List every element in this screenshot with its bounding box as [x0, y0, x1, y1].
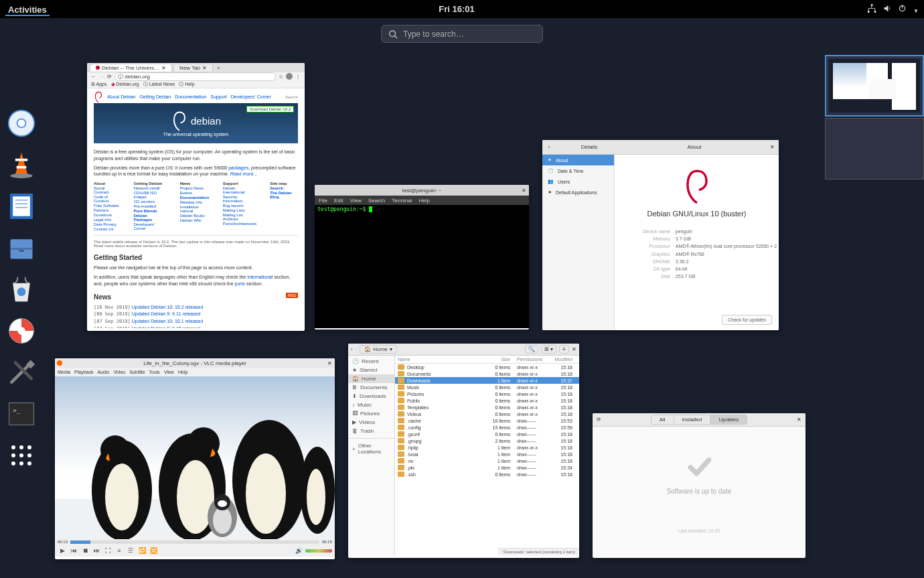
file-row[interactable]: Pictures0 itemsdrwxr-xr-x15:18 — [395, 390, 579, 397]
close-icon[interactable]: ✕ — [766, 144, 779, 150]
bookmark-apps[interactable]: ⊞ Apps — [91, 82, 107, 87]
activities-button[interactable]: Activities — [5, 3, 50, 16]
file-row[interactable]: .gnupg2 itemsdrwx------15:18 — [395, 437, 579, 444]
workspace-2[interactable] — [825, 118, 924, 179]
check-updates-button[interactable]: Check for updates — [722, 315, 772, 325]
dropdown-caret-icon[interactable]: ▼ — [913, 8, 919, 14]
file-row[interactable]: Downloads1 itemdrwxr-xr-x15:37 — [395, 377, 579, 384]
play-button[interactable]: ▶ — [58, 546, 67, 555]
file-row[interactable]: .pki1 itemdrwx------15:34 — [395, 464, 579, 471]
tab-installed[interactable]: Installed — [674, 415, 711, 424]
close-icon[interactable]: ✕ — [797, 417, 801, 423]
window-software[interactable]: ⟳ All Installed Updates ✕ Software is up… — [593, 413, 805, 558]
dock-vlc-icon[interactable] — [5, 149, 37, 181]
file-row[interactable]: Documents0 itemsdrwxr-xr-x15:18 — [395, 370, 579, 377]
close-icon[interactable]: ✕ — [327, 360, 332, 366]
extended-button[interactable]: ≡ — [114, 546, 124, 555]
menu-video[interactable]: Video — [113, 370, 125, 374]
nav-get[interactable]: Getting Debian — [139, 94, 171, 99]
side-home[interactable]: 🏠 Home — [348, 374, 394, 383]
side-music[interactable]: ♪ Music — [348, 401, 394, 409]
menu-file[interactable]: File — [319, 198, 327, 204]
breadcrumb[interactable]: 🏠 Home ▾ — [360, 345, 396, 354]
side-trash[interactable]: 🗑 Trash — [348, 427, 394, 435]
reload-icon[interactable]: ⟳ — [107, 74, 112, 80]
nav-support[interactable]: Support — [210, 94, 227, 99]
bookmark-debian[interactable]: ◉ Debian.org — [111, 82, 139, 87]
file-row[interactable]: .cache16 itemsdrwx------15:53 — [395, 417, 579, 424]
sidebar-item-about[interactable]: ✦About — [542, 155, 614, 165]
search-icon[interactable]: 🔍 — [525, 345, 538, 354]
file-row[interactable]: Music0 itemsdrwxr-xr-x15:18 — [395, 384, 579, 390]
side-other[interactable]: + Other Locations — [348, 441, 394, 456]
dock-help-icon[interactable] — [5, 315, 37, 347]
volume-icon[interactable] — [883, 5, 895, 15]
dock-chromium-icon[interactable] — [5, 107, 37, 139]
side-docs[interactable]: 🗎 Documents — [348, 383, 394, 392]
side-pics[interactable]: 🖼 Pictures — [348, 409, 394, 418]
prev-button[interactable]: ⏮ — [69, 546, 78, 555]
power-icon[interactable] — [898, 5, 909, 15]
close-icon[interactable]: ✕ — [572, 346, 576, 352]
vlc-progress-bar[interactable]: 00:13 00:15 — [55, 539, 335, 545]
side-vids[interactable]: ▶ Videos — [348, 418, 394, 427]
menu-icon[interactable]: ⋮ — [295, 74, 301, 80]
address-bar[interactable]: ⓘ debian.org — [114, 72, 276, 81]
nav-fwd-icon[interactable]: › — [356, 346, 358, 352]
file-row[interactable]: Desktop0 itemsdrwxr-xr-x15:18 — [395, 364, 579, 370]
overview-search[interactable]: Type to search… — [381, 25, 543, 43]
terminal-body[interactable]: test@penguin:~$ — [315, 205, 529, 328]
panel-clock[interactable]: Fri 16:01 — [439, 4, 474, 14]
loop-button[interactable]: 🔁 — [137, 546, 147, 555]
nav-fwd-icon[interactable]: → — [99, 74, 104, 80]
playlist-button[interactable]: ☰ — [126, 546, 135, 555]
file-row[interactable]: .config15 itemsdrwx------15:59 — [395, 424, 579, 431]
file-row[interactable]: Templates0 itemsdrwxr-xr-x15:18 — [395, 404, 579, 411]
window-vlc[interactable]: Life_in_the_Colony.ogv - VLC media playe… — [55, 358, 335, 559]
news-item[interactable]: [07 Sep 2019] Updated Debian 9: 9.10 rel… — [94, 326, 298, 328]
sidebar-item-datetime[interactable]: 🕐Date & Time — [542, 165, 614, 176]
download-button[interactable]: Download Debian 10.2 — [246, 106, 294, 113]
new-tab-button[interactable]: + — [214, 65, 223, 71]
menu-edit[interactable]: Edit — [334, 198, 343, 204]
side-starred[interactable]: ★ Starred — [348, 366, 394, 374]
fullscreen-button[interactable]: ⛶ — [103, 546, 112, 555]
nav-back-icon[interactable]: ← — [91, 74, 96, 80]
side-recent[interactable]: 🕐 Recent — [348, 357, 394, 366]
network-icon[interactable] — [868, 5, 879, 15]
nav-dev[interactable]: Developers' Corner — [231, 94, 271, 99]
window-browser[interactable]: Debian -- The Univers…✕ New Tab✕ + ← → ⟳… — [87, 63, 305, 331]
vlc-titlebar[interactable]: Life_in_the_Colony.ogv - VLC media playe… — [55, 358, 335, 368]
menu-help[interactable]: Help — [418, 198, 429, 204]
file-row[interactable]: .ssh0 itemsdrwx------15:18 — [395, 471, 579, 478]
browser-tab-1[interactable]: Debian -- The Univers…✕ — [90, 64, 172, 72]
volume-slider[interactable] — [305, 549, 332, 553]
news-item[interactable]: [16 Nov 2019] Updated Debian 10: 10.2 re… — [94, 304, 298, 311]
menu-search[interactable]: Search — [368, 198, 385, 204]
window-files[interactable]: ‹ › 🏠 Home ▾ 🔍 ⊞ ▾ ≡ ✕ 🕐 Recent ★ Starre… — [348, 344, 579, 558]
profile-icon[interactable] — [286, 73, 293, 80]
window-settings-about[interactable]: ‹ Details About ✕ ✦About 🕐Date & Time 👥U… — [542, 140, 779, 330]
bookmark-help[interactable]: ⓘ Help — [179, 81, 194, 88]
stop-button[interactable]: ⏹ — [80, 546, 90, 555]
news-item[interactable]: [08 Sep 2019] Updated Debian 9: 9.11 rel… — [94, 311, 298, 318]
menu-subtitle[interactable]: Subtitle — [129, 370, 145, 374]
file-row[interactable]: .gconf0 itemsdrwx------15:18 — [395, 431, 579, 437]
bookmark-news[interactable]: ⓘ Latest News — [143, 81, 175, 88]
dock-files-icon[interactable] — [5, 232, 37, 264]
news-item[interactable]: [07 Sep 2019] Updated Debian 10: 10.1 re… — [94, 318, 298, 326]
side-dl[interactable]: ⬇ Downloads — [348, 392, 394, 401]
file-row[interactable]: .local1 itemdrwx------15:18 — [395, 451, 579, 457]
file-row[interactable]: .hplip1 itemdrwxr-xr-x15:18 — [395, 444, 579, 451]
workspace-1[interactable] — [825, 55, 924, 117]
file-row[interactable]: Videos0 itemsdrwxr-xr-x15:18 — [395, 411, 579, 417]
dock-writer-icon[interactable] — [5, 190, 37, 222]
back-button[interactable]: ‹ — [542, 144, 556, 150]
browser-tab-2[interactable]: New Tab✕ — [173, 64, 213, 72]
sidebar-item-defaults[interactable]: ★Default Applications — [542, 187, 614, 198]
list-header[interactable]: Name Size Permissions Modified — [395, 356, 579, 364]
shuffle-button[interactable]: 🔀 — [149, 546, 158, 555]
nav-back-icon[interactable]: ‹ — [351, 346, 353, 352]
dock-terminal-icon[interactable]: >_ — [5, 398, 37, 430]
starred-icon[interactable]: ☆ — [279, 74, 283, 80]
